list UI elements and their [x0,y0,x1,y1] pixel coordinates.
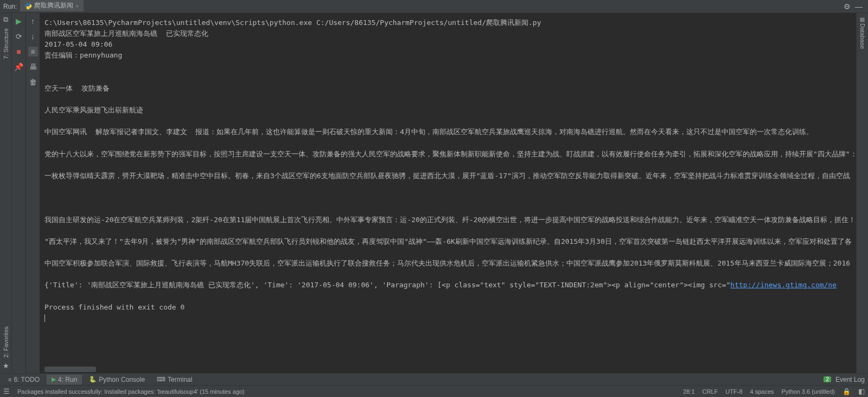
up-arrow-icon[interactable]: ↑ [28,16,38,26]
pin-icon[interactable]: 📌 [14,62,24,72]
indent-info[interactable]: 4 spaces [750,388,774,395]
rerun-icon[interactable]: ⟳ [14,31,24,41]
soft-wrap-icon[interactable]: ≡ [28,47,38,56]
python-icon [24,2,32,10]
console-link[interactable]: http://inews.gtimg.com/ne [730,281,837,289]
run-actions-column: ▶ ⟳ ■ 📌 [12,13,26,373]
stop-icon[interactable]: ■ [14,47,24,56]
console-text: C:\Users\86135\PycharmProjects\untitled\… [40,13,856,335]
list-icon: ≡ [8,376,11,383]
lock-icon[interactable]: 🔒 [843,388,851,395]
event-badge: 2 [824,376,831,382]
structure-icon[interactable]: ⧉ [3,15,8,24]
interpreter-info[interactable]: Python 3.6 (untitled) [782,388,835,395]
status-message: Packages installed successfully: Install… [17,388,245,395]
trash-icon[interactable]: 🗑 [28,77,38,87]
tab-todo[interactable]: ≡6: TODO [3,375,44,385]
inspector-icon[interactable]: ◧ [858,387,865,395]
tab-python-console[interactable]: 🐍Python Console [84,375,150,385]
tab-todo-label: 6: TODO [14,376,40,383]
structure-tab[interactable]: 7: Structure [3,28,9,59]
run-tab[interactable]: 爬取腾讯新闻 × [20,0,83,12]
console-actions-column: ↑ ↓ ≡ 🖶 🗑 [26,13,40,373]
package-icon[interactable]: ☰ [3,387,10,395]
status-bar: ☰ Packages installed successfully: Insta… [0,385,868,397]
event-log[interactable]: 2 Event Log [824,376,865,383]
right-rail: ≣ Database [856,13,868,373]
caret-position[interactable]: 28:1 [683,388,694,395]
tab-run-label: 4: Run [58,376,77,383]
file-encoding[interactable]: UTF-8 [725,388,742,395]
line-separator[interactable]: CRLF [703,388,718,395]
favorites-icon[interactable]: ★ [3,362,9,370]
database-icon[interactable]: ≣ [859,15,865,23]
text-caret [44,314,45,322]
favorites-tab[interactable]: 2: Favorites [3,326,9,357]
tab-terminal-label: Terminal [168,376,192,383]
tab-python-console-label: Python Console [99,376,145,383]
run-icon[interactable]: ▶ [14,16,24,26]
print-icon[interactable]: 🖶 [28,62,38,72]
python-icon: 🐍 [89,376,97,383]
bottom-tool-tabs: ≡6: TODO ▶4: Run 🐍Python Console ⌨Termin… [0,373,868,385]
tab-run[interactable]: ▶4: Run [47,375,82,385]
left-rail: ⧉ 7: Structure 2: Favorites ★ [0,13,12,373]
run-label: Run: [3,3,20,10]
run-icon: ▶ [52,376,56,383]
database-tab[interactable]: Database [859,23,866,49]
run-tab-title: 爬取腾讯新闻 [34,1,73,10]
console-output[interactable]: C:\Users\86135\PycharmProjects\untitled\… [40,13,856,373]
down-arrow-icon[interactable]: ↓ [28,31,38,41]
minimize-icon[interactable]: — [853,2,865,11]
gear-icon[interactable]: ⚙ [841,2,853,11]
tab-terminal[interactable]: ⌨Terminal [152,375,197,385]
terminal-icon: ⌨ [157,376,165,383]
close-icon[interactable]: × [75,3,79,9]
horizontal-scrollbar[interactable] [44,367,96,372]
event-log-label: Event Log [835,376,865,383]
run-toolbar: Run: 爬取腾讯新闻 × ⚙ — [0,0,868,13]
